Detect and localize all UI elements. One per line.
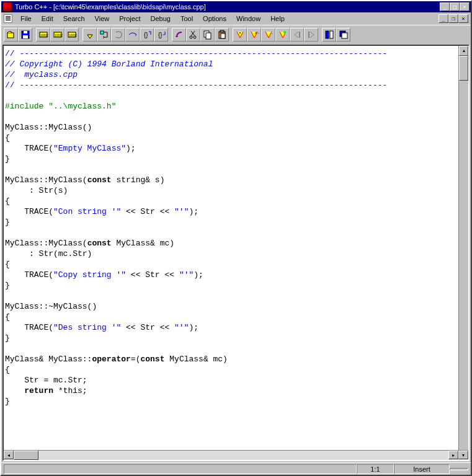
svg-rect-27 (330, 31, 333, 38)
statusbar: 1:1 Insert (1, 462, 471, 475)
step-over-icon[interactable] (125, 28, 140, 42)
mdi-close-button[interactable]: × (458, 14, 468, 23)
scroll-thumb-h[interactable] (14, 451, 38, 460)
menu-search[interactable]: Search (59, 14, 89, 23)
svg-text:…: … (270, 31, 274, 35)
maximize-button[interactable]: □ (450, 2, 460, 11)
menu-project[interactable]: Project (115, 14, 145, 23)
step-icon[interactable] (97, 28, 111, 42)
pause-icon[interactable]: {} (140, 28, 154, 42)
main-window: Turbo C++ - [c:\tcwin45\examples\classli… (0, 0, 472, 476)
menu-tool[interactable]: Tool (176, 14, 197, 23)
close-button[interactable]: × (460, 2, 470, 11)
horizontal-scrollbar[interactable]: ◂ ▸ ▾ (4, 450, 468, 460)
svg-rect-16 (206, 33, 211, 39)
svg-rect-0 (7, 33, 14, 38)
menu-help[interactable]: Help (266, 14, 289, 23)
scroll-down-icon[interactable]: ▾ (458, 451, 468, 459)
svg-text:10010: 10010 (40, 33, 48, 37)
cut-icon[interactable] (186, 28, 200, 42)
menu-window[interactable]: Window (232, 14, 265, 23)
editor-pane: // -------------------------------------… (2, 45, 470, 461)
mdi-restore-button[interactable]: ❐ (448, 14, 458, 23)
svg-point-13 (190, 36, 192, 38)
svg-text:10010: 10010 (69, 33, 77, 37)
status-position: 1:1 (357, 464, 394, 474)
scroll-thumb[interactable] (459, 56, 468, 81)
svg-text:{}: {} (158, 32, 163, 38)
menu-edit[interactable]: Edit (37, 14, 58, 23)
next-icon[interactable] (304, 28, 318, 42)
menubar: File Edit Search View Project Debug Tool… (1, 12, 471, 25)
run-icon[interactable] (82, 28, 97, 42)
menu-debug[interactable]: Debug (146, 14, 174, 23)
menu-options[interactable]: Options (198, 14, 231, 23)
copy-icon[interactable] (200, 28, 215, 42)
minimize-button[interactable]: _ (440, 2, 450, 11)
toolbar: 10010 10010 10010 {} {} A→B … (1, 25, 471, 43)
trace-icon[interactable] (111, 28, 125, 42)
scroll-up-icon[interactable]: ▴ (459, 46, 468, 56)
menu-file[interactable]: File (16, 14, 36, 23)
svg-text:10010: 10010 (55, 33, 63, 37)
replace-icon[interactable]: … (261, 28, 275, 42)
undo-icon[interactable]: 10010 (36, 28, 50, 42)
svg-rect-25 (308, 32, 309, 38)
tile-icon[interactable] (322, 28, 336, 42)
back-icon[interactable] (172, 28, 186, 42)
svg-rect-10 (100, 31, 104, 34)
stop-icon[interactable]: {} (154, 28, 168, 42)
svg-point-14 (194, 36, 196, 38)
paste-icon[interactable] (215, 28, 229, 42)
find-next-icon[interactable]: A→B (247, 28, 261, 42)
open-file-icon[interactable] (4, 28, 18, 42)
document-icon[interactable] (4, 14, 12, 23)
code-content[interactable]: // -------------------------------------… (4, 46, 468, 409)
status-message (4, 464, 357, 474)
search-file-icon[interactable]: 10010 (65, 28, 79, 42)
svg-rect-2 (24, 31, 27, 33)
svg-rect-3 (23, 35, 28, 38)
svg-text:A→B: A→B (255, 31, 259, 35)
menu-view[interactable]: View (91, 14, 114, 23)
svg-rect-19 (221, 33, 225, 38)
code-editor[interactable]: // -------------------------------------… (4, 46, 468, 450)
status-mode: Insert (394, 464, 450, 474)
status-extra (450, 468, 468, 470)
titlebar[interactable]: Turbo C++ - [c:\tcwin45\examples\classli… (1, 1, 471, 12)
save-file-icon[interactable] (18, 28, 32, 42)
scroll-right-icon[interactable]: ▸ (448, 451, 458, 459)
redo-icon[interactable]: 10010 (50, 28, 65, 42)
app-icon (2, 2, 12, 12)
vertical-scrollbar[interactable]: ▴ (458, 46, 468, 450)
prev-icon[interactable] (290, 28, 304, 42)
scroll-left-icon[interactable]: ◂ (4, 451, 14, 459)
window-title: Turbo C++ - [c:\tcwin45\examples\classli… (15, 3, 437, 11)
svg-point-20 (239, 32, 241, 33)
svg-rect-18 (220, 30, 224, 32)
svg-rect-26 (326, 31, 329, 38)
svg-rect-24 (299, 32, 300, 38)
svg-text:{}: {} (144, 32, 148, 38)
svg-rect-29 (342, 33, 347, 38)
cascade-icon[interactable] (336, 28, 350, 42)
svg-point-23 (283, 31, 286, 33)
mdi-minimize-button[interactable]: _ (439, 14, 448, 23)
bookmark-icon[interactable] (275, 28, 290, 42)
find-icon[interactable] (233, 28, 247, 42)
